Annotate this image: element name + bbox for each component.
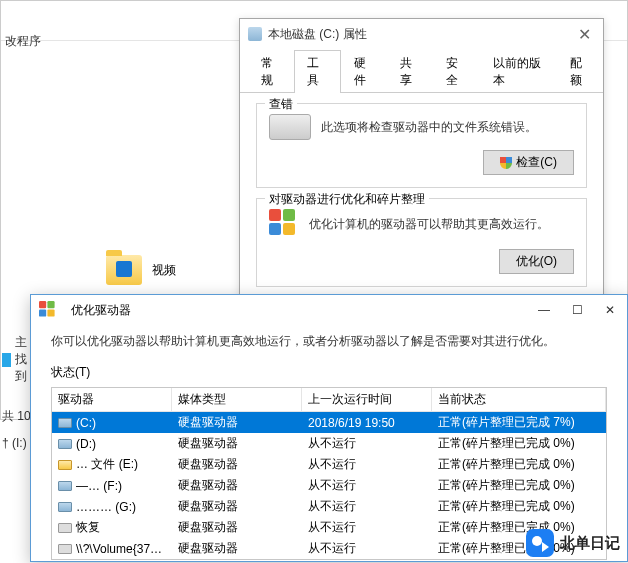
tab-tools[interactable]: 工具: [294, 50, 340, 93]
error-check-title: 查错: [265, 96, 297, 113]
properties-tabs: 常规 工具 硬件 共享 安全 以前的版本 配额: [240, 49, 603, 93]
table-row[interactable]: —… (F:)硬盘驱动器从不运行正常(碎片整理已完成 0%): [52, 475, 606, 496]
drive-row-icon: [58, 418, 72, 428]
status-label: 状态(T): [51, 364, 607, 381]
drive-name: —… (F:): [76, 479, 122, 493]
tab-hardware[interactable]: 硬件: [341, 50, 387, 93]
last-run: 从不运行: [302, 455, 432, 474]
media-type: 硬盘驱动器: [172, 518, 302, 537]
last-run: 2018/6/19 19:50: [302, 415, 432, 431]
optimize-titlebar[interactable]: 优化驱动器 — ☐ ✕: [31, 295, 627, 325]
last-run: 从不运行: [302, 434, 432, 453]
watermark-logo-icon: [526, 529, 554, 557]
drive-row-icon: [58, 523, 72, 533]
table-header: 驱动器 媒体类型 上一次运行时间 当前状态: [52, 388, 606, 412]
tab-sharing[interactable]: 共享: [387, 50, 433, 93]
last-run: 从不运行: [302, 518, 432, 537]
watermark-text: 北单日记: [560, 534, 620, 553]
optimize-desc: 优化计算机的驱动器可以帮助其更高效运行。: [309, 216, 549, 233]
col-last-run[interactable]: 上一次运行时间: [302, 388, 432, 411]
close-icon[interactable]: ✕: [574, 25, 595, 44]
drive-name: (C:): [76, 416, 96, 430]
drive-name: 恢复: [76, 520, 100, 534]
table-row[interactable]: 恢复硬盘驱动器从不运行正常(碎片整理已完成 0%): [52, 517, 606, 538]
optimize-button[interactable]: 优化(O): [499, 249, 574, 274]
optimize-button-label: 优化(O): [516, 253, 557, 270]
drive-i-label: † (I:): [2, 436, 27, 450]
ribbon-label: 改程序: [5, 33, 41, 50]
last-run: 从不运行: [302, 539, 432, 558]
error-check-desc: 此选项将检查驱动器中的文件系统错误。: [321, 119, 537, 136]
optimize-group: 对驱动器进行优化和碎片整理 优化计算机的驱动器可以帮助其更高效运行。 优化(O): [256, 198, 587, 287]
drive-name: … 文件 (E:): [76, 457, 138, 471]
check-button-label: 检查(C): [516, 154, 557, 171]
current-status: 正常(碎片整理已完成 0%): [432, 434, 606, 453]
defrag-icon: [269, 209, 299, 239]
media-type: 硬盘驱动器: [172, 413, 302, 432]
drive-row-icon: [58, 544, 72, 554]
check-button[interactable]: 检查(C): [483, 150, 574, 175]
folder-video-label: 视频: [152, 262, 176, 279]
optimize-window-desc: 你可以优化驱动器以帮助计算机更高效地运行，或者分析驱动器以了解是否需要对其进行优…: [51, 333, 607, 350]
maximize-icon[interactable]: ☐: [568, 303, 587, 317]
col-media[interactable]: 媒体类型: [172, 388, 302, 411]
current-status: 正常(碎片整理已完成 0%): [432, 476, 606, 495]
properties-title-text: 本地磁盘 (C:) 属性: [268, 26, 367, 43]
current-status: 正常(碎片整理已完成 0%): [432, 497, 606, 516]
optimize-window-title: 优化驱动器: [71, 302, 131, 319]
drive-graphic-icon: [269, 114, 311, 140]
table-row[interactable]: (D:)硬盘驱动器从不运行正常(碎片整理已完成 0%): [52, 433, 606, 454]
table-row[interactable]: \\?\Volume{3710f…硬盘驱动器从不运行正常(碎片整理已完成 0%): [52, 538, 606, 559]
drive-row-icon: [58, 460, 72, 470]
properties-titlebar[interactable]: 本地磁盘 (C:) 属性 ✕: [240, 19, 603, 49]
drive-name: ……… (G:): [76, 500, 136, 514]
current-status: 正常(碎片整理已完成 0%): [432, 455, 606, 474]
media-type: 硬盘驱动器: [172, 539, 302, 558]
col-status[interactable]: 当前状态: [432, 388, 606, 411]
drive-name: (D:): [76, 437, 96, 451]
tab-quota[interactable]: 配额: [557, 50, 603, 93]
tab-previous[interactable]: 以前的版本: [480, 50, 557, 93]
optimize-title: 对驱动器进行优化和碎片整理: [265, 191, 429, 208]
close-icon[interactable]: ✕: [601, 303, 619, 317]
optimize-body: 你可以优化驱动器以帮助计算机更高效地运行，或者分析驱动器以了解是否需要对其进行优…: [31, 325, 627, 563]
drive-name: \\?\Volume{3710f…: [76, 542, 172, 556]
folder-video[interactable]: 视频: [106, 255, 176, 285]
drive-icon: [2, 353, 11, 367]
defrag-icon: [39, 301, 57, 319]
tab-general[interactable]: 常规: [248, 50, 294, 93]
table-row[interactable]: … 文件 (E:)硬盘驱动器从不运行正常(碎片整理已完成 0%): [52, 454, 606, 475]
table-row[interactable]: (C:)硬盘驱动器2018/6/19 19:50正常(碎片整理已完成 7%): [52, 412, 606, 433]
properties-dialog: 本地磁盘 (C:) 属性 ✕ 常规 工具 硬件 共享 安全 以前的版本 配额 查…: [239, 18, 604, 300]
drives-table: 驱动器 媒体类型 上一次运行时间 当前状态 (C:)硬盘驱动器2018/6/19…: [51, 387, 607, 560]
current-status: 正常(碎片整理已完成 7%): [432, 413, 606, 432]
error-check-group: 查错 此选项将检查驱动器中的文件系统错误。 检查(C): [256, 103, 587, 188]
tab-security[interactable]: 安全: [433, 50, 479, 93]
drive-row-icon: [58, 481, 72, 491]
uac-shield-icon: [500, 157, 512, 169]
last-run: 从不运行: [302, 497, 432, 516]
minimize-icon[interactable]: —: [534, 303, 554, 317]
table-rows: (C:)硬盘驱动器2018/6/19 19:50正常(碎片整理已完成 7%)(D…: [52, 412, 606, 559]
video-folder-icon: [106, 255, 142, 285]
table-row[interactable]: ……… (G:)硬盘驱动器从不运行正常(碎片整理已完成 0%): [52, 496, 606, 517]
media-type: 硬盘驱动器: [172, 497, 302, 516]
col-drive[interactable]: 驱动器: [52, 388, 172, 411]
drive-row-icon: [58, 439, 72, 449]
properties-body: 查错 此选项将检查驱动器中的文件系统错误。 检查(C) 对驱动器进行优化和碎片整…: [240, 93, 603, 307]
watermark: 北单日记: [526, 529, 620, 557]
disk-icon: [248, 27, 262, 41]
last-run: 从不运行: [302, 476, 432, 495]
media-type: 硬盘驱动器: [172, 476, 302, 495]
drive-row-icon: [58, 502, 72, 512]
media-type: 硬盘驱动器: [172, 434, 302, 453]
media-type: 硬盘驱动器: [172, 455, 302, 474]
optimize-drives-window: 优化驱动器 — ☐ ✕ 你可以优化驱动器以帮助计算机更高效地运行，或者分析驱动器…: [30, 294, 628, 562]
